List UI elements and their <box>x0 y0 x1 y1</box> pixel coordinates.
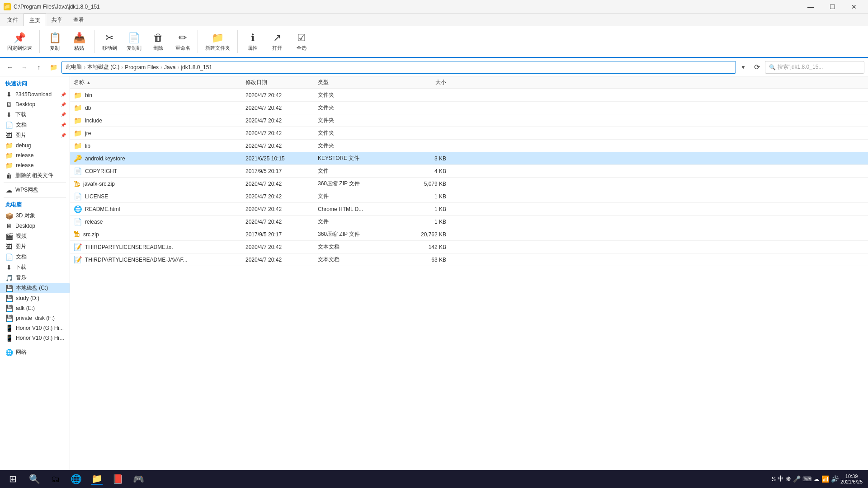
table-row[interactable]: 📄 release 2020/4/7 20:42 文件 1 KB <box>70 216 868 228</box>
sidebar-item-network[interactable]: 🌐 网络 <box>0 347 70 357</box>
sidebar-item-c-drive[interactable]: 💾 本地磁盘 (C:) <box>0 283 70 293</box>
tray-mic-icon[interactable]: 🎤 <box>793 475 801 483</box>
sidebar-item-dl[interactable]: ⬇ 下载 <box>0 262 70 272</box>
breadcrumb-jdk[interactable]: jdk1.8.0_151 <box>181 64 212 70</box>
table-row[interactable]: 📝 THIRDPARTYLICENSEREADME-JAVAF... 2020/… <box>70 253 868 266</box>
delete-button[interactable]: 🗑 删除 <box>147 30 170 53</box>
up-button[interactable]: ↑ <box>33 61 45 74</box>
col-name-header[interactable]: 名称 ▲ <box>70 79 242 86</box>
sidebar-item-desktop[interactable]: 🖥 Desktop 📌 <box>0 99 70 109</box>
taskbar-explorer[interactable]: 📁 <box>87 470 107 488</box>
tab-home[interactable]: 主页 <box>24 14 46 26</box>
breadcrumb-java[interactable]: Java <box>164 64 175 70</box>
sidebar-item-f-drive[interactable]: 💾 private_disk (F:) <box>0 313 70 323</box>
sidebar-item-wps[interactable]: ☁ WPS网盘 <box>0 185 70 195</box>
maximize-button[interactable]: ☐ <box>822 0 843 14</box>
sidebar-item-3d[interactable]: 📦 3D 对象 <box>0 211 70 221</box>
minimize-button[interactable]: — <box>800 0 821 14</box>
table-row[interactable]: 🗜 src.zip 2017/9/5 20:17 360压缩 ZIP 文件 20… <box>70 228 868 241</box>
table-row[interactable]: 📄 LICENSE 2020/4/7 20:42 文件 1 KB <box>70 190 868 203</box>
sidebar-item-d-drive[interactable]: 💾 study (D:) <box>0 293 70 303</box>
tray-cloud-icon[interactable]: ☁ <box>813 475 820 483</box>
sidebar-item-release-1[interactable]: 📁 release <box>0 150 70 160</box>
tray-app2-icon[interactable]: ❋ <box>786 475 791 483</box>
sidebar-item-video-label: 视频 <box>16 232 66 240</box>
tray-keyboard-icon[interactable]: ⌨ <box>802 475 811 483</box>
table-row[interactable]: 📄 COPYRIGHT 2017/9/5 20:17 文件 4 KB <box>70 165 868 178</box>
sidebar-item-documents[interactable]: 📄 文档 <box>0 252 70 262</box>
taskbar-app5[interactable]: 🎮 <box>128 470 148 488</box>
copy-icon: 📋 <box>49 32 61 44</box>
forward-button[interactable]: → <box>18 61 31 74</box>
close-button[interactable]: ✕ <box>844 0 864 14</box>
sidebar-item-docs[interactable]: 📄 文档 📌 <box>0 120 70 130</box>
refresh-button[interactable]: ⟳ <box>750 61 763 74</box>
file-name: lib <box>85 143 90 149</box>
taskbar-edge[interactable]: 🌐 <box>66 470 86 488</box>
col-size-header[interactable]: 大小 <box>396 79 450 86</box>
sidebar-item-release-2[interactable]: 📁 release <box>0 160 70 170</box>
system-clock[interactable]: 10:39 2021/6/25 <box>840 474 863 484</box>
table-row[interactable]: 🌐 README.html 2020/4/7 20:42 Chrome HTML… <box>70 203 868 216</box>
address-path[interactable]: 此电脑 › 本地磁盘 (C:) › Program Files › Java ›… <box>61 61 736 74</box>
tray-volume-icon[interactable]: 🔊 <box>831 475 839 483</box>
copy-to-button[interactable]: 📄 复制到 <box>123 30 145 53</box>
table-row[interactable]: 📁 jre 2020/4/7 20:42 文件夹 <box>70 127 868 140</box>
start-button[interactable]: ⊞ <box>2 470 24 488</box>
tray-network-icon[interactable]: 📶 <box>821 475 829 483</box>
properties-button[interactable]: ℹ 属性 <box>241 30 264 53</box>
col-date-header[interactable]: 修改日期 <box>242 79 314 86</box>
pin-quick-access-button[interactable]: 📌 固定到快速 <box>4 30 36 53</box>
system-tray: S 中 ❋ 🎤 ⌨ ☁ 📶 🔊 <box>772 475 839 483</box>
table-row[interactable]: 📁 db 2020/4/7 20:42 文件夹 <box>70 102 868 114</box>
file-size: 142 KB <box>396 244 450 250</box>
table-row[interactable]: 📁 lib 2020/4/7 20:42 文件夹 <box>70 140 868 152</box>
move-button[interactable]: ✂ 移动到 <box>98 30 121 53</box>
table-row[interactable]: 📁 bin 2020/4/7 20:42 文件夹 <box>70 89 868 102</box>
sidebar-item-e-drive[interactable]: 💾 adk (E:) <box>0 303 70 313</box>
file-icon: 📝 <box>74 256 82 264</box>
tab-file[interactable]: 文件 <box>2 14 24 26</box>
tab-view[interactable]: 查看 <box>68 14 90 26</box>
sidebar-item-2345download[interactable]: ⬇ 2345Download 📌 <box>0 89 70 99</box>
select-all-button[interactable]: ☑ 全选 <box>290 30 313 53</box>
sidebar-item-g2-drive[interactable]: 📱 Honor V10 (G:) HiS... <box>0 333 70 343</box>
sidebar-item-downloads[interactable]: ⬇ 下载 📌 <box>0 109 70 120</box>
taskbar-adobe[interactable]: 📕 <box>108 470 127 488</box>
address-dropdown[interactable]: ▼ <box>738 61 749 74</box>
sidebar-item-desktop-pc[interactable]: 🖥 Desktop <box>0 221 70 231</box>
table-row[interactable]: 🗜 javafx-src.zip 2020/4/7 20:42 360压缩 ZI… <box>70 178 868 190</box>
table-row[interactable]: 🔑 android.keystore 2021/6/25 10:15 KEYST… <box>70 152 868 165</box>
rename-button[interactable]: ✏ 重命名 <box>171 30 194 53</box>
file-date: 2020/4/7 20:42 <box>242 206 314 212</box>
pin-icon-2345: 📌 <box>61 92 66 97</box>
file-date: 2020/4/7 20:42 <box>242 181 314 187</box>
file-icon: 📁 <box>74 91 82 99</box>
sidebar-item-pictures[interactable]: 🖼 图片 📌 <box>0 130 70 141</box>
tab-share[interactable]: 共享 <box>46 14 68 26</box>
table-row[interactable]: 📝 THIRDPARTYLICENSEREADME.txt 2020/4/7 2… <box>70 241 868 253</box>
paste-button[interactable]: 📥 粘贴 <box>68 30 90 53</box>
back-button[interactable]: ← <box>4 61 16 74</box>
sidebar-item-deleted[interactable]: 🗑 删除的相关文件 <box>0 170 70 181</box>
sidebar-item-video[interactable]: 🎬 视频 <box>0 231 70 241</box>
sidebar-item-dl-label: 下载 <box>15 263 66 271</box>
breadcrumb-this-pc[interactable]: 此电脑 <box>66 63 82 71</box>
open-button[interactable]: ↗ 打开 <box>266 30 288 53</box>
breadcrumb-programfiles[interactable]: Program Files <box>125 64 159 70</box>
new-folder-button[interactable]: 📁 新建文件夹 <box>202 30 234 53</box>
col-type-header[interactable]: 类型 <box>314 79 396 86</box>
sidebar-item-debug[interactable]: 📁 debug <box>0 141 70 150</box>
tray-input-icon[interactable]: 中 <box>778 475 784 483</box>
taskbar-task-view[interactable]: 🗂 <box>45 470 65 488</box>
sidebar-item-g1-drive[interactable]: 📱 Honor V10 (G:) Hi... <box>0 323 70 333</box>
tray-app1-icon[interactable]: S <box>772 475 776 483</box>
breadcrumb-c[interactable]: 本地磁盘 (C:) <box>87 63 119 71</box>
sidebar-item-music[interactable]: 🎵 音乐 <box>0 272 70 283</box>
search-box[interactable]: 🔍 搜索"jdk1.8.0_15... <box>765 61 864 74</box>
sidebar-item-photos[interactable]: 🖼 图片 <box>0 241 70 252</box>
file-name: javafx-src.zip <box>83 181 115 187</box>
taskbar-search[interactable]: 🔍 <box>24 470 44 488</box>
table-row[interactable]: 📁 include 2020/4/7 20:42 文件夹 <box>70 114 868 127</box>
copy-button[interactable]: 📋 复制 <box>43 30 66 53</box>
